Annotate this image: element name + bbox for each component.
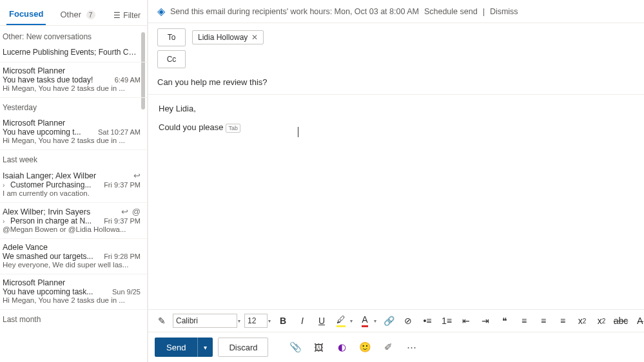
list-item[interactable]: Adele Vance We smashed our targets... Fr… xyxy=(0,239,147,274)
reply-icon: ↩ xyxy=(121,207,128,216)
link-button[interactable]: 🔗 xyxy=(380,312,397,329)
chevron-down-icon[interactable]: ▾ xyxy=(374,318,376,324)
quote-button[interactable]: ❝ xyxy=(496,312,513,329)
list-item[interactable]: Microsoft Planner You have tasks due tod… xyxy=(0,62,147,98)
list-item[interactable]: Alex Wilber; Irvin Sayers ↩ @ › Person i… xyxy=(0,203,147,239)
filter-icon: ☰ xyxy=(113,11,121,20)
text-caret xyxy=(298,127,298,137)
list-item[interactable]: Lucerne Publishing Events; Fourth Coffe.… xyxy=(0,44,147,62)
msg-subject: You have upcoming task... xyxy=(3,287,107,296)
format-toolbar: ✎ ▾ ▾ B I U 🖊 ▾ A ▾ 🔗 ⊘ •≡ 1≡ ⇤ ⇥ ❝ ≡ ≡ … xyxy=(148,309,644,332)
body-line: Could you pleaseTab xyxy=(159,122,644,133)
font-select[interactable] xyxy=(173,314,237,328)
align-right-button[interactable]: ≡ xyxy=(554,312,571,329)
strikethrough-button[interactable]: abc xyxy=(612,312,629,329)
dismiss-link[interactable]: Dismiss xyxy=(490,7,518,16)
to-row: To Lidia Holloway ✕ xyxy=(157,28,644,46)
underline-button[interactable]: U xyxy=(313,312,330,329)
msg-preview: Hey everyone, We did super well las... xyxy=(3,261,141,269)
send-split-button: Send ▾ xyxy=(155,338,213,357)
msg-from: Microsoft Planner xyxy=(3,278,141,287)
msg-preview: @Megan Bowen or @Lidia Hollowa... xyxy=(3,225,141,233)
chevron-down-icon[interactable]: ▾ xyxy=(268,318,271,324)
dictate-icon[interactable]: ✐ xyxy=(379,338,397,356)
bold-button[interactable]: B xyxy=(275,312,291,329)
reply-icon: ↩ xyxy=(133,171,141,180)
list-item[interactable]: Microsoft Planner You have upcoming t...… xyxy=(0,115,147,150)
send-button[interactable]: Send xyxy=(155,338,197,357)
msg-subject: You have upcoming t... xyxy=(3,128,93,137)
tab-other-label: Other xyxy=(60,10,81,19)
chevron-down-icon[interactable]: ▾ xyxy=(350,318,353,324)
schedule-send-link[interactable]: Schedule send xyxy=(424,7,478,16)
tab-hint-pill: Tab xyxy=(226,124,240,133)
inbox-tabs: Focused Other 7 ☰ Filter xyxy=(0,0,147,26)
cc-button[interactable]: Cc xyxy=(157,50,186,68)
filter-label: Filter xyxy=(123,11,141,20)
msg-subject: You have tasks due today! xyxy=(3,75,110,84)
highlight-button[interactable]: 🖊 xyxy=(333,312,349,329)
clear-format-button[interactable]: A̶ xyxy=(632,312,644,329)
msg-preview: Hi Megan, You have 2 tasks due in ... xyxy=(3,296,141,304)
msg-from: Alex Wilber; Irvin Sayers xyxy=(3,207,121,216)
msg-from: Microsoft Planner xyxy=(3,119,141,128)
msg-time: 6:49 AM xyxy=(115,76,141,84)
subject-input[interactable] xyxy=(157,77,644,87)
section-last-month: Last month xyxy=(0,310,147,327)
number-list-button[interactable]: 1≡ xyxy=(438,312,455,329)
msg-subject: Customer Purchasing... xyxy=(10,180,99,189)
insert-picture-icon[interactable]: 🖼 xyxy=(309,338,327,356)
section-last-week: Last week xyxy=(0,150,147,167)
send-options-dropdown[interactable]: ▾ xyxy=(197,338,213,357)
recipient-chip[interactable]: Lidia Holloway ✕ xyxy=(192,30,264,44)
font-size-select[interactable] xyxy=(244,314,268,328)
remove-recipient-icon[interactable]: ✕ xyxy=(251,33,258,42)
attach-icon[interactable]: 📎 xyxy=(286,338,304,356)
msg-time: Fri 9:28 PM xyxy=(104,252,141,260)
subject-row xyxy=(148,72,644,95)
loop-icon[interactable]: ◐ xyxy=(333,338,351,356)
more-options-icon[interactable]: ⋯ xyxy=(402,338,420,356)
list-item[interactable]: Microsoft Planner You have upcoming task… xyxy=(0,274,147,310)
recipients-block: To Lidia Holloway ✕ Cc xyxy=(148,23,644,72)
list-item[interactable]: Isaiah Langer; Alex Wilber ↩ › Customer … xyxy=(0,167,147,203)
msg-subject: We smashed our targets... xyxy=(3,252,99,261)
indent-button[interactable]: ⇥ xyxy=(477,312,494,329)
to-button[interactable]: To xyxy=(157,28,186,46)
msg-subject: Person in charge at N... xyxy=(10,216,99,225)
bullet-list-button[interactable]: •≡ xyxy=(419,312,436,329)
msg-preview: I am currently on vacation. xyxy=(3,189,141,197)
msg-time: Fri 9:37 PM xyxy=(104,217,141,225)
subscript-button[interactable]: x2 xyxy=(593,312,610,329)
format-painter-icon[interactable]: ✎ xyxy=(153,312,170,329)
unlink-button[interactable]: ⊘ xyxy=(400,312,416,329)
tab-focused[interactable]: Focused xyxy=(6,5,46,25)
app-root: Focused Other 7 ☰ Filter Other: New conv… xyxy=(0,0,644,362)
emoji-icon[interactable]: 🙂 xyxy=(356,338,374,356)
msg-from: Isaiah Langer; Alex Wilber xyxy=(3,171,133,180)
msg-time: Sun 9/25 xyxy=(112,288,141,296)
tab-other[interactable]: Other 7 xyxy=(57,6,97,25)
section-yesterday: Yesterday xyxy=(0,98,147,115)
cc-row: Cc xyxy=(157,50,644,68)
filter-button[interactable]: ☰ Filter xyxy=(113,11,141,20)
msg-time: Sat 10:27 AM xyxy=(98,128,141,136)
chevron-icon: › xyxy=(3,218,9,225)
schedule-tip-icon: ◈ xyxy=(157,5,165,17)
compose-body[interactable]: Hey Lidia, Could you pleaseTab xyxy=(148,95,644,309)
outdent-button[interactable]: ⇤ xyxy=(458,312,474,329)
chevron-down-icon[interactable]: ▾ xyxy=(238,318,240,324)
schedule-tip-text: Send this email during recipients' work … xyxy=(170,7,419,16)
superscript-button[interactable]: x2 xyxy=(574,312,590,329)
compose-pane: ◈ Send this email during recipients' wor… xyxy=(148,0,644,362)
mention-icon: @ xyxy=(132,207,141,216)
align-center-button[interactable]: ≡ xyxy=(535,312,552,329)
align-left-button[interactable]: ≡ xyxy=(516,312,532,329)
discard-button[interactable]: Discard xyxy=(218,338,268,357)
italic-button[interactable]: I xyxy=(294,312,311,329)
font-color-button[interactable]: A xyxy=(356,312,373,329)
msg-time: Fri 9:37 PM xyxy=(104,181,141,189)
msg-subject: Lucerne Publishing Events; Fourth Coffe.… xyxy=(3,48,141,57)
msg-from: Adele Vance xyxy=(3,243,141,252)
msg-from: Microsoft Planner xyxy=(3,66,141,75)
